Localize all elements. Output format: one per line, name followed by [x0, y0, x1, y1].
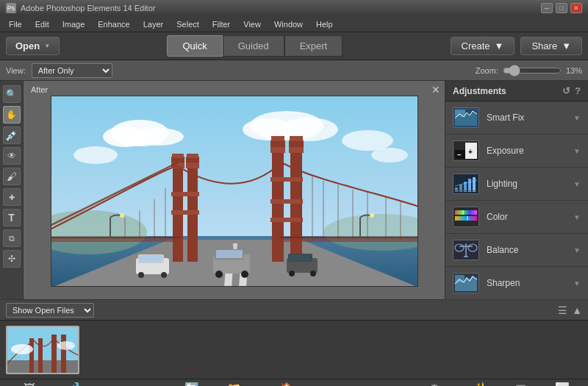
svg-rect-109 [61, 335, 66, 374]
bridge-image [51, 96, 418, 287]
menu-image[interactable]: Image [57, 18, 91, 30]
color-arrow: ▼ [573, 213, 581, 221]
panel-help-icon[interactable]: ? [575, 85, 581, 96]
organizer-button[interactable]: 📁 Organizer [211, 380, 258, 386]
textures-button[interactable]: ▦ Textures [499, 380, 542, 386]
adjustment-lighting[interactable]: Lighting ▼ [445, 168, 588, 201]
svg-point-69 [310, 271, 316, 276]
sharpen-arrow: ▼ [573, 279, 581, 287]
adjustments-bottom-icon: ⚙ [429, 382, 440, 386]
home-screen-button[interactable]: 🏠 Home Screen [257, 380, 315, 386]
exposure-icon: − + [453, 140, 479, 161]
panel-title: Adjustments [453, 86, 506, 96]
svg-point-68 [289, 271, 295, 276]
undo-button[interactable]: ↩ Undo [107, 380, 140, 386]
balance-label: Balance [487, 245, 566, 255]
tool-hand[interactable]: ✋ [3, 106, 21, 124]
adjustment-color[interactable]: Color ▼ [445, 201, 588, 234]
tool-move[interactable]: ✣ [3, 250, 21, 268]
balance-icon [453, 240, 479, 260]
exposure-arrow: ▼ [573, 147, 581, 155]
menu-window[interactable]: Window [268, 18, 309, 30]
frames-icon: ⬜ [555, 382, 570, 386]
svg-rect-28 [272, 151, 284, 262]
effects-icon: ✨ [473, 382, 488, 386]
sharpen-icon [453, 273, 479, 293]
svg-rect-37 [270, 199, 303, 204]
show-files-select[interactable]: Show Open Files Show All Files [6, 303, 94, 318]
svg-rect-83 [455, 187, 458, 192]
canvas-area: After ✕ [24, 81, 445, 299]
panel-header: Adjustments ↺ ? [445, 81, 588, 101]
svg-rect-34 [271, 136, 284, 141]
menu-edit[interactable]: Edit [29, 18, 55, 30]
open-button[interactable]: Open ▼ [6, 37, 60, 55]
adjustment-smart-fix[interactable]: Smart Fix ▼ [445, 101, 588, 135]
tool-eye[interactable]: 👁 [3, 147, 21, 165]
tool-zoom[interactable]: 🔍 [3, 85, 21, 103]
menu-enhance[interactable]: Enhance [92, 18, 135, 30]
menu-select[interactable]: Select [171, 18, 205, 30]
svg-rect-86 [468, 179, 471, 192]
filmstrip-menu-icon[interactable]: ☰ [558, 304, 567, 316]
tool-brush[interactable]: 🖌 [3, 168, 21, 185]
menu-help[interactable]: Help [310, 18, 339, 30]
effects-button[interactable]: ✨ Effects [462, 380, 499, 386]
menu-view[interactable]: View [237, 18, 267, 30]
minimize-button[interactable]: ─ [541, 3, 553, 13]
svg-point-8 [74, 146, 118, 164]
share-button[interactable]: Share ▼ [520, 37, 582, 55]
adjustments-bottom-button[interactable]: ⚙ Adjustments [408, 380, 462, 386]
app-title: Adobe Photoshop Elements 14 Editor [21, 4, 155, 12]
svg-point-7 [342, 130, 393, 151]
tab-expert[interactable]: Expert [284, 35, 343, 57]
rotate-button[interactable]: 🔄 Rotate [173, 380, 211, 386]
svg-point-64 [241, 271, 248, 278]
main-area: 🔍 ✋ 💉 👁 🖌 ✚ T ⧉ ✣ After ✕ [0, 81, 588, 299]
canvas-close-button[interactable]: ✕ [431, 84, 440, 96]
redo-button[interactable]: ↪ Redo [140, 380, 174, 386]
adjustment-exposure[interactable]: − + Exposure ▼ [445, 135, 588, 168]
adjustment-sharpen[interactable]: Sharpen ▼ [445, 267, 588, 300]
exposure-label: Exposure [487, 146, 566, 156]
svg-point-73 [370, 213, 374, 218]
tool-text[interactable]: T [3, 209, 21, 226]
svg-rect-91 [455, 210, 477, 215]
svg-rect-105 [7, 360, 79, 374]
photo-bin-button[interactable]: 🖼 Photo Bin [6, 381, 52, 387]
smart-fix-label: Smart Fix [487, 112, 566, 123]
canvas-label: After [31, 85, 48, 94]
svg-rect-36 [270, 177, 303, 182]
menu-filter[interactable]: Filter [207, 18, 236, 30]
left-toolbar: 🔍 ✋ 💉 👁 🖌 ✚ T ⧉ ✣ [0, 81, 24, 299]
svg-rect-94 [467, 216, 468, 221]
create-dropdown-arrow: ▼ [495, 40, 504, 51]
balance-arrow: ▼ [573, 246, 581, 254]
tool-crop[interactable]: ⧉ [3, 229, 21, 247]
tab-quick[interactable]: Quick [167, 35, 222, 57]
frames-button[interactable]: ⬜ Frames [542, 380, 582, 386]
tool-options-button[interactable]: 🔧 Tool Options [52, 380, 107, 386]
canvas-wrapper [51, 96, 418, 287]
panel-refresh-icon[interactable]: ↺ [562, 85, 570, 96]
tool-eyedropper[interactable]: 💉 [3, 126, 21, 144]
tool-healing[interactable]: ✚ [3, 188, 21, 206]
maximize-button[interactable]: □ [556, 3, 567, 13]
tool-options-icon: 🔧 [72, 382, 87, 386]
menu-layer[interactable]: Layer [137, 18, 170, 30]
svg-rect-33 [289, 140, 304, 147]
menu-file[interactable]: File [3, 18, 28, 30]
filmstrip-thumbnail[interactable] [6, 326, 79, 374]
menu-bar: File Edit Image Enhance Layer Select Fil… [0, 16, 588, 32]
zoom-slider[interactable] [503, 65, 562, 76]
create-button[interactable]: Create ▼ [451, 37, 515, 55]
undo-icon: ↩ [118, 382, 128, 386]
svg-point-9 [371, 148, 408, 162]
adjustment-balance[interactable]: Balance ▼ [445, 234, 588, 267]
lighting-icon [453, 174, 479, 194]
filmstrip-expand-icon[interactable]: ▲ [572, 304, 582, 316]
tab-guided[interactable]: Guided [223, 35, 284, 57]
view-select[interactable]: After Only Before Only Before & After - … [32, 63, 112, 78]
bridge-svg [51, 96, 418, 287]
close-button[interactable]: ✕ [570, 3, 582, 13]
